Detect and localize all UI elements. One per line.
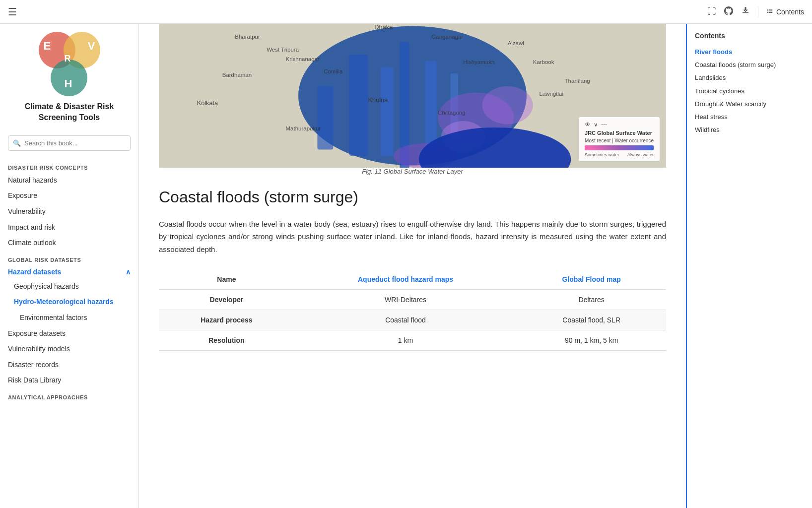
sidebar-item-impact-risk[interactable]: Impact and risk: [0, 220, 138, 236]
section-analytical-label: Analytical Approaches: [0, 388, 138, 402]
download-icon[interactable]: [741, 6, 750, 17]
svg-point-15: [482, 86, 533, 125]
svg-rect-2: [767, 10, 768, 11]
svg-text:Aizawl: Aizawl: [508, 40, 524, 46]
map-image: Bharatpur West Tripura Dhaka Ganganagar …: [159, 24, 666, 168]
list-icon: [766, 7, 773, 16]
app-title: Climate & Disaster Risk Screening Tools: [25, 101, 114, 124]
section-disaster-risk-label: Disaster Risk Concepts: [0, 159, 138, 173]
topbar: ☰ ⛶ Contents: [0, 0, 812, 24]
topbar-left: ☰: [8, 6, 17, 18]
sidebar-item-disaster-records[interactable]: Disaster records: [0, 357, 138, 373]
svg-text:Kolkata: Kolkata: [197, 99, 218, 107]
toc-item-coastal-floods[interactable]: Coastal floods (storm surge): [695, 59, 804, 71]
svg-rect-3: [769, 10, 773, 11]
toc-item-wildfires[interactable]: Wildfires: [695, 124, 804, 136]
toc-title: Contents: [695, 32, 804, 40]
table-header-name: Name: [159, 269, 294, 290]
collapse-icon: ∧: [126, 268, 131, 276]
row-col1-resolution: 1 km: [294, 330, 517, 351]
sidebar-item-vulnerability-models[interactable]: Vulnerability models: [0, 341, 138, 357]
row-label-developer: Developer: [159, 290, 294, 310]
section-body: Coastal floods occur when the level in a…: [159, 218, 666, 256]
left-sidebar: E V R H Climate & Disaster Risk Screenin…: [0, 24, 139, 508]
legend-icon2: ∨: [594, 121, 598, 128]
row-col2-hazard: Coastal flood, SLR: [517, 310, 666, 330]
toc-item-tropical-cyclones[interactable]: Tropical cyclones: [695, 85, 804, 98]
logo-venn: E V R H: [35, 32, 104, 96]
svg-text:Lawngtlai: Lawngtlai: [540, 91, 564, 97]
fullscreen-icon[interactable]: ⛶: [707, 6, 716, 17]
svg-text:Ganganagar: Ganganagar: [431, 34, 463, 40]
svg-text:Hishyamukh: Hishyamukh: [463, 59, 494, 65]
sidebar-item-environmental[interactable]: Environmental factors: [0, 310, 138, 326]
hamburger-icon[interactable]: ☰: [8, 6, 17, 18]
sidebar-item-exposure-datasets[interactable]: Exposure datasets: [0, 326, 138, 342]
row-label-hazard: Hazard process: [159, 310, 294, 330]
row-col2-resolution: 90 m, 1 km, 5 km: [517, 330, 666, 351]
search-box[interactable]: 🔍: [8, 135, 131, 151]
map-container: Bharatpur West Tripura Dhaka Ganganagar …: [159, 24, 666, 175]
row-col1-developer: WRI-Deltares: [294, 290, 517, 310]
letter-e: E: [44, 40, 51, 53]
legend-subtitle1: Most recent | Water occurrence: [585, 138, 654, 143]
svg-rect-1: [769, 9, 773, 9]
svg-text:Bardhaman: Bardhaman: [222, 72, 252, 78]
toc-item-drought[interactable]: Drought & Water scarcity: [695, 98, 804, 111]
sidebar-item-natural-hazards[interactable]: Natural hazards: [0, 173, 138, 189]
toc-item-landslides[interactable]: Landslides: [695, 71, 804, 84]
toc-item-heat-stress[interactable]: Heat stress: [695, 111, 804, 124]
svg-rect-0: [767, 9, 768, 9]
legend-label-left: Sometimes water: [585, 152, 619, 157]
section-title: Coastal floods (storm surge): [159, 187, 666, 208]
svg-text:Khulna: Khulna: [368, 96, 389, 104]
map-legend: 👁 ∨ ⋯ JRC Global Surface Water Most rece…: [578, 117, 660, 162]
topbar-divider: [758, 6, 758, 18]
legend-label-right: Always water: [627, 152, 654, 157]
table-header-col1[interactable]: Aqueduct flood hazard maps: [294, 269, 517, 290]
sidebar-item-hydro-met[interactable]: Hydro-Meteorological hazards: [0, 294, 138, 310]
table-row-hazard: Hazard process Coastal flood Coastal flo…: [159, 310, 666, 330]
comparison-table: Name Aqueduct flood hazard maps Global F…: [159, 269, 666, 351]
svg-rect-13: [317, 86, 333, 150]
section-global-risk-label: Global Risk Datasets: [0, 251, 138, 265]
legend-title: JRC Global Surface Water: [585, 130, 654, 136]
sidebar-item-risk-data-library[interactable]: Risk Data Library: [0, 373, 138, 388]
toc-item-river-floods[interactable]: River floods: [695, 46, 804, 59]
svg-text:Thantlang: Thantlang: [565, 78, 590, 84]
letter-r: R: [65, 54, 71, 64]
letter-v: V: [88, 40, 95, 53]
svg-rect-5: [769, 12, 773, 13]
sidebar-item-climate-outlook[interactable]: Climate outlook: [0, 235, 138, 251]
sidebar-item-exposure[interactable]: Exposure: [0, 188, 138, 204]
svg-text:Comilla: Comilla: [324, 68, 343, 74]
contents-button[interactable]: Contents: [766, 7, 804, 16]
table-row-developer: Developer WRI-Deltares Deltares: [159, 290, 666, 310]
svg-text:West Tripura: West Tripura: [267, 47, 299, 53]
search-icon: 🔍: [13, 139, 21, 147]
sidebar-item-vulnerability[interactable]: Vulnerability: [0, 204, 138, 220]
legend-icon1: 👁: [585, 121, 591, 128]
legend-icon3: ⋯: [601, 121, 607, 128]
table-row-resolution: Resolution 1 km 90 m, 1 km, 5 km: [159, 330, 666, 351]
github-icon[interactable]: [724, 6, 733, 17]
legend-labels: Sometimes water Always water: [585, 152, 654, 157]
main-layout: E V R H Climate & Disaster Risk Screenin…: [0, 24, 812, 508]
svg-text:Bharatpur: Bharatpur: [235, 34, 260, 40]
logo-area: E V R H Climate & Disaster Risk Screenin…: [0, 32, 138, 131]
legend-icons: 👁 ∨ ⋯: [585, 121, 654, 128]
search-input[interactable]: [8, 135, 131, 151]
svg-rect-9: [381, 67, 394, 156]
row-col2-developer: Deltares: [517, 290, 666, 310]
svg-text:Krishnanagar: Krishnanagar: [286, 56, 320, 62]
hazard-datasets-row[interactable]: Hazard datasets ∧: [0, 265, 138, 279]
content-area: Bharatpur West Tripura Dhaka Ganganagar …: [139, 24, 686, 508]
legend-bar: [585, 145, 654, 150]
svg-text:Dhaka: Dhaka: [374, 24, 393, 31]
svg-rect-4: [767, 12, 768, 13]
hazard-datasets-label: Hazard datasets: [8, 268, 61, 276]
letter-h: H: [65, 77, 72, 90]
table-header-col2[interactable]: Global Flood map: [517, 269, 666, 290]
svg-text:Karbook: Karbook: [533, 59, 554, 65]
sidebar-item-geophysical[interactable]: Geophysical hazards: [0, 279, 138, 295]
